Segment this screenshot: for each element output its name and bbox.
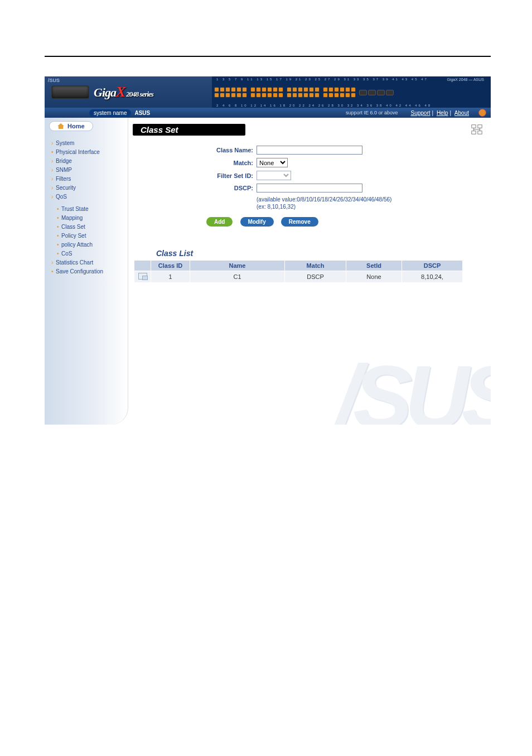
edit-row-icon[interactable]: [138, 273, 147, 280]
hint-available: (available value:0/8/10/16/18/24/26/32/3…: [257, 196, 491, 203]
background-logo: /SUS: [336, 352, 491, 425]
port-block-1[interactable]: [214, 87, 247, 98]
th-name: Name: [190, 261, 285, 271]
class-list-title: Class List: [156, 249, 491, 258]
table-header-row: Class ID Name Match SetId DSCP: [134, 261, 463, 271]
label-class-name: Class Name:: [206, 147, 253, 153]
hint-ex: (ex: 8,10,16,32): [257, 203, 491, 210]
panel-title: Class Set: [133, 124, 245, 136]
nav-qos-trust[interactable]: Trust State: [57, 205, 128, 214]
port-block-4[interactable]: [323, 87, 356, 98]
port-panel: GigaX 2048 — ASUS 1 3 5 7 9 11 13 15 17 …: [212, 76, 491, 108]
asus-badge: /SUS: [48, 78, 60, 83]
modify-button[interactable]: Modify: [240, 217, 274, 227]
home-icon: [57, 123, 64, 129]
cell-classid: 1: [151, 271, 190, 283]
home-tab[interactable]: Home: [49, 121, 93, 131]
port-numbers-bottom: 2 4 6 8 10 12 14 16 18 20 22 24 26 28 30…: [214, 104, 489, 107]
classset-icon: [471, 123, 483, 136]
support-note: support IE 6.0 or above: [346, 110, 398, 115]
label-filter-set-id: Filter Set ID:: [206, 172, 253, 179]
nav-snmp[interactable]: SNMP: [51, 166, 128, 175]
th-dscp: DSCP: [402, 261, 463, 271]
svg-rect-0: [472, 125, 476, 128]
link-about[interactable]: About: [454, 110, 469, 116]
nav-qos-classset[interactable]: Class Set: [57, 223, 128, 232]
select-match[interactable]: None: [257, 158, 288, 167]
nav-save[interactable]: Save Configuration: [51, 267, 128, 276]
nav-filters[interactable]: Filters: [51, 175, 128, 184]
nav-security[interactable]: Security: [51, 184, 128, 192]
port-block-3[interactable]: [287, 87, 320, 98]
label-match: Match:: [206, 160, 253, 166]
cell-setid: None: [346, 271, 402, 283]
select-filter-set-id[interactable]: [257, 171, 291, 180]
link-support[interactable]: Support: [410, 110, 430, 116]
th-setid: SetId: [346, 261, 402, 271]
nav-qos-policyset[interactable]: Policy Set: [57, 232, 128, 240]
svg-rect-3: [478, 131, 482, 134]
switch-image: [51, 85, 89, 99]
home-label: Home: [67, 123, 85, 129]
exit-icon[interactable]: [478, 109, 486, 117]
nav-qos-policyattach[interactable]: policy Attach: [57, 240, 128, 249]
brand-series: 2048 series: [126, 90, 153, 98]
cell-name: C1: [190, 271, 285, 283]
th-classid: Class ID: [151, 261, 190, 271]
class-list-table: Class ID Name Match SetId DSCP 1 C1 DSCP…: [134, 260, 463, 283]
nav-qos-mapping[interactable]: Mapping: [57, 214, 128, 223]
port-block-2[interactable]: [250, 87, 283, 98]
brand-giga: Giga: [94, 85, 116, 99]
nav-qos[interactable]: QoS: [51, 192, 128, 201]
cell-match: DSCP: [285, 271, 346, 283]
svg-rect-2: [472, 131, 476, 134]
input-class-name[interactable]: [257, 146, 362, 155]
model-label: GigaX 2048 — ASUS: [447, 78, 484, 81]
system-name-value: ASUS: [134, 110, 150, 116]
nav-system[interactable]: System: [51, 139, 128, 148]
cell-dscp: 8,10,24,: [402, 271, 463, 283]
add-button[interactable]: Add: [206, 217, 233, 227]
system-name-label: system name: [89, 109, 131, 117]
nav-stats[interactable]: Statistics Chart: [51, 258, 128, 267]
sfp-block[interactable]: [359, 87, 394, 98]
table-row[interactable]: 1 C1 DSCP None 8,10,24,: [134, 271, 463, 283]
label-dscp: DSCP:: [206, 185, 253, 191]
remove-button[interactable]: Remove: [281, 217, 318, 227]
nav-physical[interactable]: Physical Interface: [51, 148, 128, 157]
svg-rect-1: [478, 125, 482, 128]
nav-qos-cos[interactable]: CoS: [57, 249, 128, 258]
th-match: Match: [285, 261, 346, 271]
input-dscp[interactable]: [257, 184, 362, 192]
brand-x-icon: X: [116, 84, 125, 100]
brand-logo: GigaX2048 series: [94, 84, 153, 100]
nav-bridge[interactable]: Bridge: [51, 157, 128, 166]
link-help[interactable]: Help: [437, 110, 448, 116]
